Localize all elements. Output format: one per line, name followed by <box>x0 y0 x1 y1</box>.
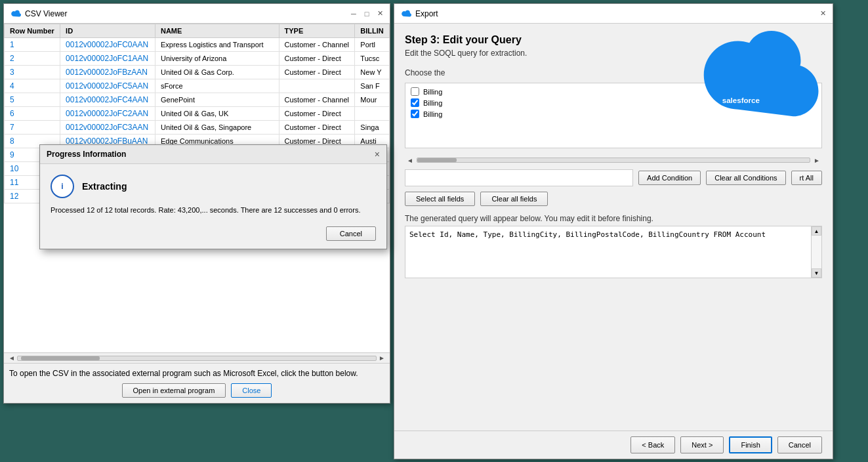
table-row: 60012v00002JoFC2AANUnited Oil & Gas, UKC… <box>5 107 390 121</box>
table-row: 10012v00002JoFC0AANExpress Logistics and… <box>5 38 390 52</box>
row-id-cell: 0012v00002JoFC4AAN <box>60 93 155 107</box>
close-csv-btn[interactable]: Close <box>231 383 272 398</box>
scrollbar-track[interactable] <box>17 356 377 361</box>
csv-maximize-btn[interactable]: □ <box>362 10 371 18</box>
row-num-cell: 5 <box>5 93 60 107</box>
row-num-cell: 2 <box>5 52 60 66</box>
row-num-cell: 6 <box>5 107 60 121</box>
salesforce-cloud-icon <box>9 10 21 18</box>
export-window-controls: ✕ <box>818 9 827 18</box>
field-checkbox-2[interactable] <box>411 98 419 107</box>
progress-header-row: Extracting i Extracting <box>51 175 376 198</box>
row-billing-cell: New Y <box>355 66 390 79</box>
back-btn[interactable]: < Back <box>630 436 675 453</box>
export-titlebar: Export ✕ <box>394 4 833 24</box>
export-window-title: Export <box>415 9 438 18</box>
export-all-btn[interactable]: rt All <box>791 171 822 185</box>
fields-scroll-left[interactable]: ◄ <box>405 157 415 164</box>
row-name-cell: United Oil & Gas, Singapore <box>155 121 279 135</box>
progress-body: Extracting i Extracting Processed 12 of … <box>40 164 386 226</box>
col-name: NAME <box>155 24 279 38</box>
row-type-cell: Customer - Direct <box>279 107 355 121</box>
query-label: The generated query will appear below. Y… <box>405 214 822 223</box>
export-close-btn[interactable]: ✕ <box>818 9 827 18</box>
conditions-input[interactable] <box>405 169 633 186</box>
row-number: 8 <box>10 136 14 146</box>
id-link[interactable]: 0012v00002JoFC2AAN <box>66 109 148 118</box>
row-num-cell: 7 <box>5 121 60 135</box>
clear-all-fields-btn[interactable]: Clear all fields <box>480 192 548 206</box>
fields-horizontal-scrollbar[interactable]: ◄ ► <box>405 154 822 167</box>
next-btn[interactable]: Next > <box>680 436 724 453</box>
row-number: 5 <box>10 95 14 104</box>
row-type-cell: Customer - Channel <box>279 93 355 107</box>
col-id: ID <box>60 24 155 38</box>
row-billing-cell: San F <box>355 79 390 93</box>
clear-conditions-btn[interactable]: Clear all Conditions <box>706 171 785 185</box>
row-number: 10 <box>10 164 18 173</box>
cancel-footer-btn[interactable]: Cancel <box>777 436 822 453</box>
query-scroll-track[interactable] <box>812 236 821 268</box>
export-titlebar-left: Export <box>400 9 438 18</box>
row-id-cell: 0012v00002JoFC1AAN <box>60 52 155 66</box>
fields-scrollbar-track[interactable] <box>417 158 810 163</box>
row-name-cell: United Oil & Gas, UK <box>155 107 279 121</box>
export-salesforce-icon <box>400 10 411 18</box>
col-billing: BILLIN <box>355 24 390 38</box>
row-number: 7 <box>10 123 14 132</box>
row-number: 3 <box>10 68 14 77</box>
field-label-1: Billing <box>423 88 442 96</box>
add-condition-btn[interactable]: Add Condition <box>638 171 701 185</box>
export-footer: < Back Next > Finish Cancel <box>394 430 833 459</box>
progress-close-btn[interactable]: × <box>375 149 380 159</box>
row-billing-cell: Tucsc <box>355 52 390 66</box>
id-link[interactable]: 0012v00002JoFC0AAN <box>66 40 148 49</box>
id-link[interactable]: 0012v00002JoFC5AAN <box>66 81 148 91</box>
svg-text:salesforce: salesforce <box>722 96 760 104</box>
table-row: 70012v00002JoFC3AANUnited Oil & Gas, Sin… <box>5 121 390 135</box>
scroll-left-arrow[interactable]: ◄ <box>7 354 17 362</box>
cancel-progress-btn[interactable]: Cancel <box>326 226 376 241</box>
row-num-cell: 4 <box>5 79 60 93</box>
row-num-cell: 3 <box>5 66 60 79</box>
row-number: 9 <box>10 150 14 159</box>
csv-horizontal-scrollbar[interactable]: ◄ ► <box>4 352 390 363</box>
choose-fields-text: Choose the <box>405 68 445 77</box>
row-name-cell: United Oil & Gas Corp. <box>155 66 279 79</box>
field-checkbox-1[interactable] <box>411 87 419 96</box>
scroll-right-arrow[interactable]: ► <box>377 354 387 362</box>
col-row-number: Row Number <box>5 24 60 38</box>
field-checkbox-3[interactable] <box>411 110 419 118</box>
id-link[interactable]: 0012v00002JoFBzAAN <box>66 68 148 77</box>
fields-scroll-right[interactable]: ► <box>812 157 822 164</box>
row-type-cell: Customer - Direct <box>279 52 355 66</box>
table-row: 50012v00002JoFC4AANGenePointCustomer - C… <box>5 93 390 107</box>
id-link[interactable]: 0012v00002JoFC1AAN <box>66 54 148 63</box>
progress-footer: Cancel <box>40 226 386 249</box>
csv-close-btn[interactable]: ✕ <box>375 9 384 18</box>
query-textarea[interactable]: Select Id, Name, Type, BillingCity, Bill… <box>405 226 811 278</box>
row-id-cell: 0012v00002JoFC0AAN <box>60 38 155 52</box>
row-number: 12 <box>10 192 18 201</box>
row-name-cell: sForce <box>155 79 279 93</box>
row-id-cell: 0012v00002JoFC5AAN <box>60 79 155 93</box>
row-id-cell: 0012v00002JoFC2AAN <box>60 107 155 121</box>
query-scroll-down[interactable]: ▼ <box>812 268 821 278</box>
query-vscrollbar[interactable]: ▲ ▼ <box>811 226 821 278</box>
row-name-cell: Express Logistics and Transport <box>155 38 279 52</box>
id-link[interactable]: 0012v00002JoFC4AAN <box>66 95 148 104</box>
open-external-btn[interactable]: Open in external program <box>122 383 226 398</box>
row-billing-cell <box>355 107 390 121</box>
select-clear-row: Select all fields Clear all fields <box>405 192 822 206</box>
csv-titlebar-left: CSV Viewer <box>9 9 67 18</box>
csv-minimize-btn[interactable]: ─ <box>349 10 358 18</box>
finish-btn[interactable]: Finish <box>729 436 772 453</box>
scrollbar-thumb <box>21 356 100 360</box>
table-row: 20012v00002JoFC1AANUniversity of Arizona… <box>5 52 390 66</box>
id-link[interactable]: 0012v00002JoFC3AAN <box>66 123 148 132</box>
salesforce-logo-cloud: salesforce <box>682 30 826 122</box>
query-scroll-up[interactable]: ▲ <box>812 226 821 236</box>
export-content: salesforce Step 3: Edit your Query Edit … <box>394 24 833 430</box>
table-row: 30012v00002JoFBzAANUnited Oil & Gas Corp… <box>5 66 390 79</box>
select-all-fields-btn[interactable]: Select all fields <box>405 192 475 206</box>
